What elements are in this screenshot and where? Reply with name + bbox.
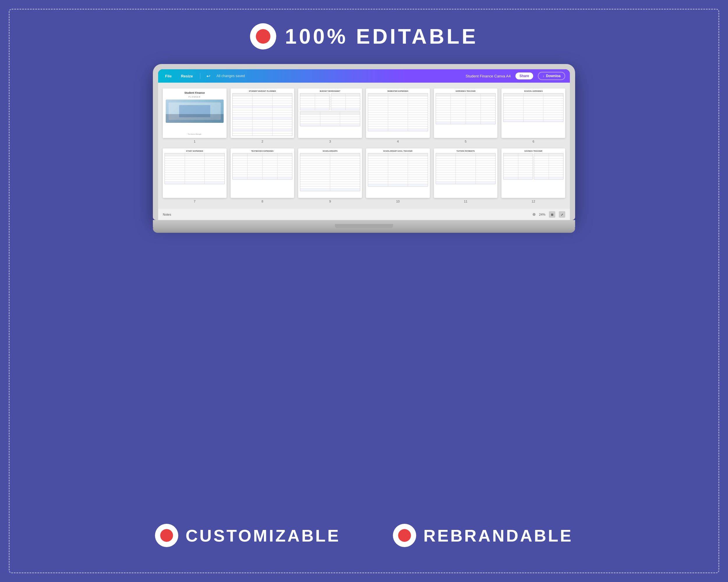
share-button[interactable]: Share (515, 73, 533, 79)
cover-image (166, 100, 224, 123)
ws-title-3: BUDGET WORKSHEET (300, 90, 360, 92)
ws-title-7: STUDY EXPENSES (164, 150, 225, 152)
rebrandable-badge: REBRANDABLE (393, 524, 573, 547)
page-thumb-7: STUDY EXPENSES (163, 148, 227, 198)
page-num-7: 7 (193, 200, 196, 203)
laptop-hinge (335, 224, 393, 228)
page-num-12: 12 (532, 200, 535, 203)
ws-title-11: TUITION PAYMENTS (436, 150, 496, 152)
ws-11: TUITION PAYMENTS (434, 148, 498, 198)
editable-badge-dot (256, 29, 270, 44)
cover-content: Student Finance PLANNER The finance M (163, 88, 227, 138)
ws-grid-9 (300, 153, 360, 191)
saved-status: All changes saved (217, 74, 245, 78)
file-menu[interactable]: File (163, 73, 174, 79)
page-item-5[interactable]: EXPENSES TRACKER (434, 88, 498, 143)
page-thumb-2: STUDENT BUDGET PLANNER (231, 88, 294, 138)
page-item-7[interactable]: STUDY EXPENSES (163, 148, 227, 203)
download-button[interactable]: ↓ Downloa (538, 72, 565, 80)
page-item-9[interactable]: SCHOLARSHIPS (298, 148, 362, 203)
ws-grid-4 (368, 93, 428, 131)
customizable-badge-icon (155, 524, 178, 547)
page-thumb-3: BUDGET WORKSHEET (298, 88, 362, 138)
ws-3-col1 (300, 93, 329, 110)
ws-title-10: SCHOLARSHIP GOAL TRACKER (368, 150, 428, 152)
page-item-6[interactable]: SCHOOL EXPENSES (501, 88, 565, 143)
rebrandable-badge-text: REBRANDABLE (423, 526, 573, 545)
page-thumb-8: TEXTBOOKS EXPENSES (231, 148, 294, 198)
editable-badge-icon (250, 23, 276, 50)
laptop-screen-outer: File Resize ↩ All changes saved Student … (153, 64, 575, 220)
cover-image-overlay (166, 114, 224, 123)
ws-2: STUDENT BUDGET PLANNER (231, 88, 294, 138)
ws-12-cols (503, 153, 564, 179)
ws-title-4: SEMESTER EXPENSES (368, 90, 428, 92)
pages-row-1: Student Finance PLANNER The finance M (163, 88, 565, 143)
ws-grid-2 (232, 93, 293, 136)
page-thumb-9: SCHOLARSHIPS (298, 148, 362, 198)
page-num-1: 1 (193, 140, 196, 143)
undo-button[interactable]: ↩ (205, 73, 212, 79)
ws-12-col1 (503, 153, 533, 179)
ws-8: TEXTBOOKS EXPENSES (231, 148, 294, 198)
customizable-badge-text: CUSTOMIZABLE (185, 526, 340, 545)
page-thumb-1: Student Finance PLANNER The finance M (163, 88, 227, 138)
page-thumb-10: SCHOLARSHIP GOAL TRACKER (366, 148, 430, 198)
ws-7: STUDY EXPENSES (163, 148, 227, 198)
page-item-11[interactable]: TUITION PAYMENTS (434, 148, 498, 203)
page-num-2: 2 (261, 140, 263, 143)
ws-title-12: SAVINGS TRACKER (503, 150, 564, 152)
ws-9: SCHOLARSHIPS (298, 148, 362, 198)
ws-title-2: STUDENT BUDGET PLANNER (232, 90, 293, 92)
page-thumb-5: EXPENSES TRACKER (434, 88, 498, 138)
document-title: Student Finance Canva A4 (466, 74, 511, 78)
ws-6: SCHOOL EXPENSES (501, 88, 565, 138)
bottom-bar: Notes 24% ⊞ ⤢ (158, 209, 570, 220)
ws-title-5: EXPENSES TRACKER (436, 90, 496, 92)
page-thumb-4: SEMESTER EXPENSES (366, 88, 430, 138)
ws-title-6: SCHOOL EXPENSES (503, 90, 564, 92)
toolbar-separator (200, 73, 200, 79)
page-item-10[interactable]: SCHOLARSHIP GOAL TRACKER (366, 148, 430, 203)
page-num-3: 3 (329, 140, 331, 143)
page-item-1[interactable]: Student Finance PLANNER The finance M (163, 88, 227, 143)
ws-3-cols (300, 93, 360, 110)
laptop-stand (153, 228, 575, 233)
top-badge: 100% EDITABLE (250, 23, 478, 50)
fullscreen-icon[interactable]: ⤢ (559, 211, 565, 218)
pages-area: Student Finance PLANNER The finance M (158, 83, 570, 209)
ws-grid-10 (368, 153, 428, 187)
editable-badge-text: 100% EDITABLE (285, 24, 478, 48)
ws-3-section2 (300, 111, 360, 126)
ws-12-col2 (534, 153, 564, 179)
cover-subtitle: PLANNER (188, 96, 201, 98)
page-thumb-11: TUITION PAYMENTS (434, 148, 498, 198)
page-num-9: 9 (329, 200, 331, 203)
page-item-2[interactable]: STUDENT BUDGET PLANNER (231, 88, 294, 143)
page-item-12[interactable]: SAVINGS TRACKER (501, 148, 565, 203)
laptop-screen-inner: File Resize ↩ All changes saved Student … (158, 69, 570, 220)
page-item-8[interactable]: TEXTBOOKS EXPENSES (231, 148, 294, 203)
zoom-level: 24% (539, 213, 545, 216)
rebrandable-badge-dot (398, 529, 411, 542)
page-num-10: 10 (396, 200, 399, 203)
ws-3: BUDGET WORKSHEET (298, 88, 362, 138)
resize-menu[interactable]: Resize (179, 73, 195, 79)
page-thumb-12: SAVINGS TRACKER (501, 148, 565, 198)
notes-tab[interactable]: Notes (163, 213, 171, 216)
grid-view-icon[interactable]: ⊞ (549, 211, 555, 218)
ws-5: EXPENSES TRACKER (434, 88, 498, 138)
bottom-badges: CUSTOMIZABLE REBRANDABLE (155, 524, 573, 547)
canva-toolbar: File Resize ↩ All changes saved Student … (158, 69, 570, 83)
page-item-4[interactable]: SEMESTER EXPENSES (366, 88, 430, 143)
ws-3-col2 (331, 93, 360, 110)
page-thumb-6: SCHOOL EXPENSES (501, 88, 565, 138)
ws-grid-11 (436, 153, 496, 184)
cover-title: Student Finance (184, 91, 205, 94)
page-num-11: 11 (464, 200, 467, 203)
rebrandable-badge-icon (393, 524, 416, 547)
cover-footer: The finance Manager (188, 133, 202, 135)
page-item-3[interactable]: BUDGET WORKSHEET (298, 88, 362, 143)
ws-grid-8 (232, 153, 293, 179)
ws-12: SAVINGS TRACKER (501, 148, 565, 198)
